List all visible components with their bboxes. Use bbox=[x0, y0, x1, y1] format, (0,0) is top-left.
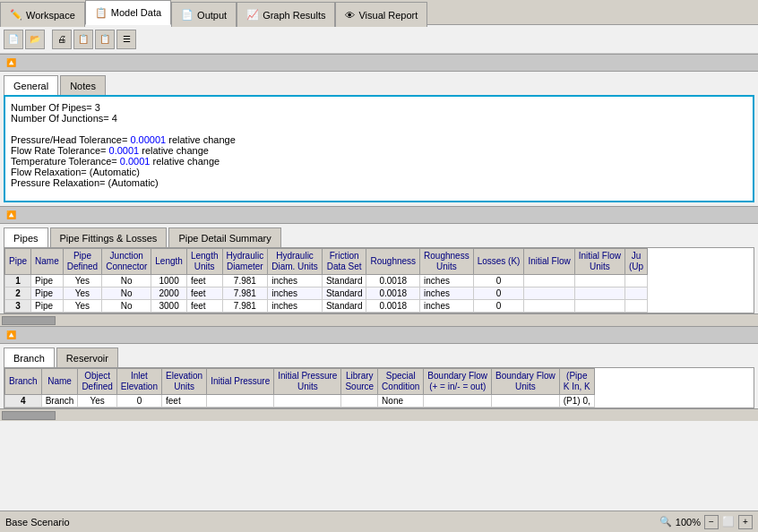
branch-hscroll-thumb[interactable] bbox=[2, 411, 56, 420]
general-panel-header: 🔼 bbox=[0, 54, 758, 72]
pipe-losses-cell: 0 bbox=[473, 287, 524, 300]
pipe-init-flow-units-cell bbox=[574, 275, 624, 287]
pipe-length-units-cell: feet bbox=[186, 300, 222, 313]
search-icon: 🔍 bbox=[659, 516, 672, 528]
zoom-level: 100% bbox=[676, 517, 701, 528]
list-button[interactable]: ☰ bbox=[116, 30, 136, 49]
col-losses: Losses (K) bbox=[473, 249, 524, 275]
tab-visual-report[interactable]: 👁 Visual Report bbox=[335, 2, 427, 27]
graph-icon: 📈 bbox=[246, 9, 259, 21]
branch-name-cell: Branch bbox=[41, 395, 78, 408]
col-length: Length bbox=[151, 249, 187, 275]
tab-pipes-label: Pipes bbox=[13, 233, 39, 244]
tab-output[interactable]: 📄 Output bbox=[171, 2, 237, 27]
col-roughness-units: RoughnessUnits bbox=[420, 249, 474, 275]
pipes-hscroll-thumb[interactable] bbox=[2, 316, 56, 325]
pipe-rough-units-cell: inches bbox=[420, 300, 474, 313]
tab-reservoir-label: Reservoir bbox=[66, 353, 108, 364]
tab-pipe-fittings[interactable]: Pipe Fittings & Losses bbox=[50, 227, 168, 247]
tab-output-label: Output bbox=[197, 10, 227, 21]
general-collapse-btn[interactable]: 🔼 bbox=[4, 56, 18, 70]
text-line-1: Number Of Pipes= 3 bbox=[11, 102, 747, 113]
pipes-hscroll[interactable] bbox=[0, 313, 758, 326]
pipe-connector-cell: No bbox=[102, 300, 151, 313]
tab-model-data[interactable]: 📋 Model Data bbox=[85, 0, 171, 25]
save-button[interactable]: 🖨 bbox=[52, 30, 72, 49]
pipe-length-cell: 3000 bbox=[151, 300, 187, 313]
tab-general-label: General bbox=[13, 81, 48, 91]
pipe-length-units-cell: feet bbox=[186, 287, 222, 300]
pipe-friction-cell: Standard bbox=[322, 275, 366, 287]
pipe-defined-cell: Yes bbox=[63, 275, 101, 287]
col-pipe-defined: PipeDefined bbox=[63, 249, 101, 275]
branch-boundary-units-cell bbox=[492, 395, 560, 408]
tab-visual-report-label: Visual Report bbox=[358, 10, 418, 21]
toolbar: 📄 📂 🖨 📋 📋 ☰ bbox=[0, 25, 758, 54]
pipe-init-flow-cell bbox=[524, 300, 574, 313]
tab-workspace[interactable]: ✏️ Workspace bbox=[0, 2, 85, 27]
pipes-table-scroll[interactable]: Pipe Name PipeDefined JunctionConnector … bbox=[4, 247, 754, 313]
col-object-defined: ObjectDefined bbox=[78, 369, 116, 395]
pipes-collapse-btn[interactable]: 🔼 bbox=[4, 208, 18, 222]
branch-library-cell bbox=[341, 395, 378, 408]
col-friction: FrictionData Set bbox=[322, 249, 366, 275]
branch-num-cell: 4 bbox=[5, 395, 42, 408]
col-init-flow: Initial Flow bbox=[524, 249, 574, 275]
status-bar: Base Scenario 🔍 100% − ⬜ + bbox=[0, 511, 758, 532]
open-button[interactable]: 📂 bbox=[25, 30, 45, 49]
pipe-num-cell: 3 bbox=[5, 300, 31, 313]
col-special-condition: SpecialCondition bbox=[378, 369, 424, 395]
pipes-inner-tabs: Pipes Pipe Fittings & Losses Pipe Detail… bbox=[0, 224, 758, 247]
zoom-in-button[interactable]: + bbox=[738, 515, 753, 529]
tab-pipes[interactable]: Pipes bbox=[4, 227, 48, 247]
tab-general[interactable]: General bbox=[4, 75, 58, 95]
branch-pipe-k-cell: (P1) 0, bbox=[559, 395, 594, 408]
text-line-3 bbox=[11, 124, 747, 134]
pipe-hyd-dia-units-cell: inches bbox=[268, 300, 323, 313]
tab-graph-results-label: Graph Results bbox=[263, 10, 325, 21]
tab-reservoir[interactable]: Reservoir bbox=[56, 348, 118, 367]
status-label: Base Scenario bbox=[5, 517, 659, 528]
col-ju-up: Ju(Up bbox=[624, 249, 647, 275]
pipe-roughness-cell: 0.0018 bbox=[366, 287, 420, 300]
pipe-defined-cell: Yes bbox=[63, 287, 101, 300]
pipe-length-cell: 1000 bbox=[151, 275, 187, 287]
branch-table-scroll[interactable]: Branch Name ObjectDefined InletElevation… bbox=[4, 367, 754, 408]
branch-hscroll[interactable] bbox=[0, 408, 758, 421]
pipe-connector-cell: No bbox=[102, 275, 151, 287]
new-button[interactable]: 📄 bbox=[4, 30, 23, 49]
table-row[interactable]: 3 Pipe Yes No 3000 feet 7.981 inches Sta… bbox=[5, 300, 648, 313]
pipe-roughness-cell: 0.0018 bbox=[366, 300, 420, 313]
table-row[interactable]: 2 Pipe Yes No 2000 feet 7.981 inches Sta… bbox=[5, 287, 648, 300]
pipe-num-cell: 2 bbox=[5, 287, 31, 300]
pencil-icon: ✏️ bbox=[10, 9, 22, 21]
branch-boundary-flow-cell bbox=[424, 395, 492, 408]
main-content: 🔼 General Notes Number Of Pipes= 3 Numbe… bbox=[0, 54, 758, 511]
tab-branch[interactable]: Branch bbox=[4, 348, 55, 367]
pipe-length-units-cell: feet bbox=[186, 275, 222, 287]
table-row[interactable]: 1 Pipe Yes No 1000 feet 7.981 inches Sta… bbox=[5, 275, 648, 287]
tab-graph-results[interactable]: 📈 Graph Results bbox=[237, 2, 335, 27]
branch-collapse-btn[interactable]: 🔼 bbox=[4, 328, 18, 342]
pipe-defined-cell: Yes bbox=[63, 300, 101, 313]
table-row[interactable]: 4 Branch Yes 0 feet None (P1) 0, bbox=[5, 395, 595, 408]
pipe-hyd-dia-units-cell: inches bbox=[268, 275, 323, 287]
text-line-7: Flow Relaxation= (Automatic) bbox=[11, 167, 747, 177]
copy-button[interactable]: 📋 bbox=[73, 30, 93, 49]
paste-button[interactable]: 📋 bbox=[95, 30, 115, 49]
pipes-panel-header: 🔼 bbox=[0, 206, 758, 224]
general-text-panel[interactable]: Number Of Pipes= 3 Number Of Junctions= … bbox=[4, 95, 754, 202]
col-length-units: LengthUnits bbox=[186, 249, 222, 275]
col-init-pressure: Initial Pressure bbox=[207, 369, 274, 395]
tab-pipe-detail[interactable]: Pipe Detail Summary bbox=[168, 227, 280, 247]
zoom-out-button[interactable]: − bbox=[704, 515, 719, 529]
tab-notes[interactable]: Notes bbox=[60, 75, 106, 95]
text-line-2: Number Of Junctions= 4 bbox=[11, 113, 747, 124]
col-pipe-name: Name bbox=[31, 249, 64, 275]
col-hyd-dia: HydraulicDiameter bbox=[222, 249, 268, 275]
general-panel: 🔼 General Notes Number Of Pipes= 3 Numbe… bbox=[0, 54, 758, 206]
tab-model-data-label: Model Data bbox=[111, 7, 161, 18]
col-init-pressure-units: Initial PressureUnits bbox=[274, 369, 341, 395]
pipe-rough-units-cell: inches bbox=[420, 275, 474, 287]
branch-init-pressure-cell bbox=[207, 395, 274, 408]
